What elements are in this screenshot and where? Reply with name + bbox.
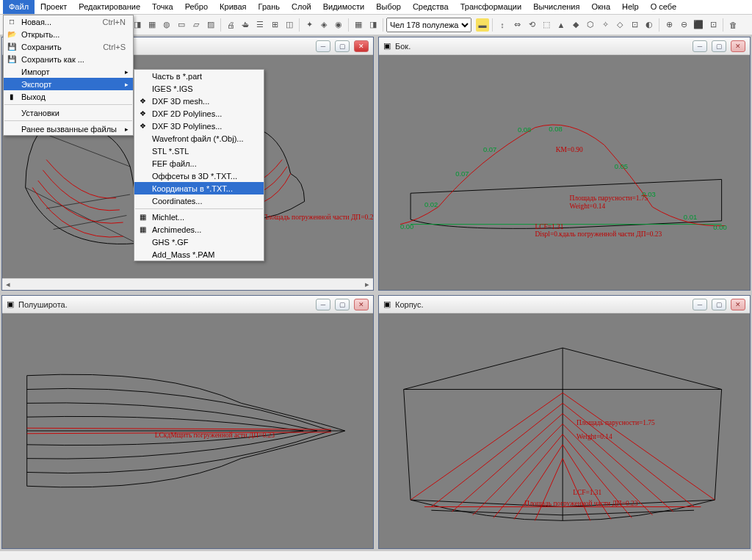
menu-item[interactable]: Импорт [4, 65, 133, 78]
maximize-button[interactable]: ▢ [712, 40, 726, 52]
menu-icon: ❖ [137, 96, 148, 106]
tool-icon[interactable]: ◈ [317, 18, 330, 32]
close-button[interactable]: ✕ [731, 299, 745, 310]
tool-icon[interactable]: ⊞ [268, 18, 281, 32]
viewport[interactable]: 0.00 0.02 0.07 0.07 0.08 0.08 0.05 0.03 … [379, 55, 750, 290]
menu-item[interactable]: Ранее вызванные файлы [4, 123, 133, 135]
tool-icon[interactable]: ▨ [204, 18, 217, 32]
menubar-item[interactable]: Вычисления [527, 0, 585, 14]
tool-icon[interactable]: ◇ [613, 18, 626, 32]
menu-label: DXF 3D mesh... [152, 97, 209, 106]
minimize-button[interactable]: ─ [316, 40, 330, 52]
menu-item[interactable]: Установки [4, 106, 133, 119]
tool-icon[interactable]: ▦ [145, 18, 159, 32]
menu-item[interactable]: 💾СохранитьCtrl+S [4, 40, 133, 53]
tool-icon[interactable]: ✦ [303, 18, 316, 32]
statusbar [0, 550, 752, 560]
maximize-button[interactable]: ▢ [335, 40, 350, 52]
close-button[interactable]: ✕ [354, 299, 369, 310]
maximize-button[interactable]: ▢ [712, 299, 726, 310]
tool-icon[interactable]: ↕ [496, 18, 509, 32]
minimize-button[interactable]: ─ [693, 299, 707, 310]
tool-icon[interactable]: ▱ [189, 18, 203, 32]
menubar-item[interactable]: Точка [146, 0, 179, 14]
tool-icon[interactable]: ◨ [366, 18, 380, 32]
menubar-item[interactable]: Редактирование [73, 0, 146, 14]
menubar-item[interactable]: Файл [3, 0, 35, 14]
tool-icon[interactable]: ⊕ [662, 18, 676, 32]
minimize-button[interactable]: ─ [316, 299, 330, 310]
scroll-left-icon[interactable]: ◂ [2, 279, 14, 291]
menu-item[interactable]: ▦Michlet... [134, 211, 264, 223]
keel-icon[interactable]: ⛴ [239, 18, 252, 32]
menubar-item[interactable]: Видимости [317, 0, 370, 14]
tool-icon[interactable]: ☰ [253, 18, 267, 32]
tool-icon[interactable]: ⬚ [540, 18, 553, 32]
color-icon[interactable]: ▬ [476, 18, 489, 32]
menu-item[interactable]: ❖DXF 2D Polylines... [134, 107, 264, 120]
menu-item[interactable]: Add_Mass *.PAM [134, 248, 264, 261]
menu-label: Сохранить как ... [21, 55, 84, 64]
tool-icon[interactable]: ◆ [569, 18, 582, 32]
svg-text:0.01: 0.01 [684, 213, 697, 221]
close-button[interactable]: ✕ [354, 40, 369, 52]
menu-item[interactable]: 📂Открыть... [4, 28, 133, 40]
menubar-item[interactable]: Проект [35, 0, 73, 14]
close-button[interactable]: ✕ [731, 40, 745, 52]
tool-icon[interactable]: ✧ [599, 18, 612, 32]
menu-item[interactable]: GHS *.GF [134, 236, 264, 248]
menu-item[interactable]: Оффсеты в 3D *.TXT... [134, 170, 264, 182]
menu-item[interactable]: IGES *.IGS [134, 82, 264, 95]
tool-icon[interactable]: ▭ [175, 18, 188, 32]
minimize-button[interactable]: ─ [693, 40, 707, 52]
tool-icon[interactable]: ⊡ [628, 18, 641, 32]
menu-item[interactable]: ❖DXF 3D Polylines... [134, 120, 264, 132]
menubar-item[interactable]: Help [616, 0, 645, 14]
menu-icon: 📂 [7, 29, 17, 40]
menubar-item[interactable]: Выбор [370, 0, 407, 14]
tool-icon[interactable]: ◐ [643, 18, 656, 32]
menu-icon: 💾 [7, 54, 17, 65]
menubar-item[interactable]: Слой [286, 0, 317, 14]
scrollbar-horizontal[interactable]: ◂ ▸ [2, 278, 373, 290]
menubar-item[interactable]: Окна [585, 0, 616, 14]
menubar-item[interactable]: Средства [407, 0, 455, 14]
menu-item[interactable]: ▮Выход [4, 90, 133, 103]
menu-item[interactable]: ❖DXF 3D mesh... [134, 95, 264, 107]
tool-icon[interactable]: ⟲ [525, 18, 538, 32]
menubar-item[interactable]: О себе [645, 0, 682, 14]
menu-item[interactable]: Coordinates... [134, 194, 264, 207]
menu-item[interactable]: ▦Archimedes... [134, 223, 264, 236]
tool-icon[interactable]: ▦ [352, 18, 365, 32]
menubar-item[interactable]: Кривая [214, 0, 252, 14]
tool-icon[interactable]: ⬡ [584, 18, 597, 32]
viewport[interactable]: LCкдMщить погруженной асти ДП=0.23 [2, 313, 373, 548]
tool-icon[interactable]: ▲ [554, 18, 568, 32]
menu-item[interactable]: Координаты в *.TXT... [134, 182, 264, 194]
menu-item[interactable]: FEF файл... [134, 157, 264, 170]
tool-icon[interactable]: ◉ [332, 18, 345, 32]
menu-item[interactable]: 💾Сохранить как ... [4, 53, 133, 65]
menubar-item[interactable]: Грань [253, 0, 286, 14]
tool-icon[interactable]: ⬛ [692, 18, 705, 32]
scroll-right-icon[interactable]: ▸ [361, 279, 373, 291]
menubar-item[interactable]: Трансформации [455, 0, 527, 14]
tool-icon[interactable]: ⇔ [510, 18, 524, 32]
menu-item[interactable]: Wavefront файл (*.Obj)... [134, 132, 264, 145]
viewport[interactable]: Площадь парусности=1.75 Weight=0.14 LCF=… [379, 313, 750, 548]
tool-icon[interactable]: ⊡ [706, 18, 720, 32]
menu-item[interactable]: Часть в *.part [134, 70, 264, 82]
menubar-item[interactable]: Ребро [179, 0, 214, 14]
font-combo[interactable]: Чел 178 полулежа [386, 18, 471, 32]
tool-icon[interactable]: ◍ [160, 18, 173, 32]
menu-item[interactable]: □Новая...Ctrl+N [4, 15, 133, 28]
menu-item[interactable]: Экспорт [4, 78, 133, 90]
menu-item[interactable]: STL *.STL [134, 145, 264, 157]
maximize-button[interactable]: ▢ [335, 299, 350, 310]
tool-icon[interactable]: ◫ [283, 18, 296, 32]
tool-icon[interactable]: 🗑 [726, 18, 740, 32]
pane-plan: ▣ Полуширота. ─ ▢ ✕ LCкдMщить погруженно… [1, 295, 374, 549]
tool-icon[interactable]: ⊖ [677, 18, 690, 32]
cube-icon: ▣ [7, 299, 14, 309]
tool-icon[interactable]: 🖨 [224, 18, 237, 32]
